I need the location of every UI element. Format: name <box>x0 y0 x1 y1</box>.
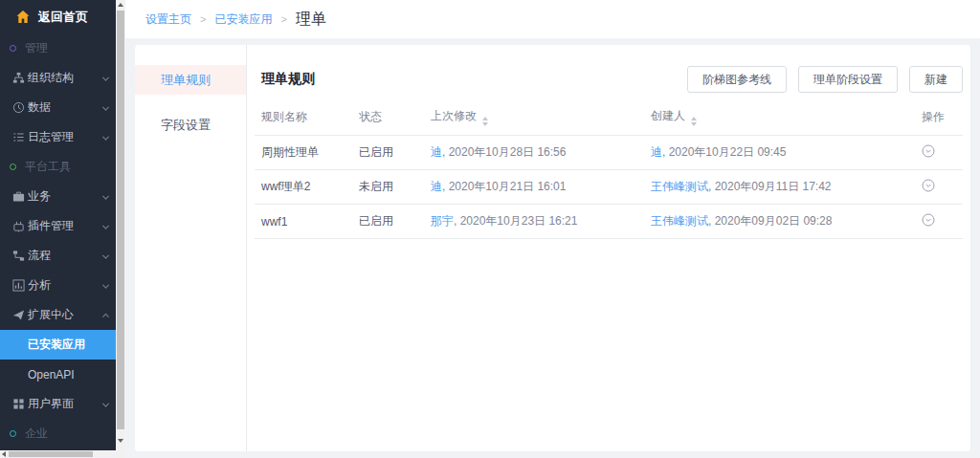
column-header-label: 上次修改 <box>431 109 477 122</box>
last-modified-cell: 那宇2020年10月23日 16:21 <box>431 205 651 239</box>
scroll-up-arrow-icon[interactable] <box>118 3 123 7</box>
tab-field-settings[interactable]: 字段设置 <box>135 110 246 140</box>
actions-cell <box>922 136 963 170</box>
breadcrumb: 设置主页 > 已安装应用 > 理单 <box>125 0 980 38</box>
modifier-link[interactable]: 那宇 <box>431 214 454 228</box>
circle-outline-icon <box>10 430 16 437</box>
plugin-icon <box>12 220 25 232</box>
table-row: 周期性理单 已启用 迪2020年10月28日 16:56 迪2020年10月22… <box>255 136 963 170</box>
modifier-link[interactable]: 迪 <box>431 180 442 193</box>
sidebar-vertical-scrollbar[interactable] <box>116 0 125 458</box>
clock-icon <box>12 101 25 114</box>
scrollbar-thumb[interactable] <box>9 451 93 457</box>
ui-grid-icon <box>12 398 25 410</box>
main-area: 设置主页 > 已安装应用 > 理单 理单规则 字段设置 理单规则 阶梯图参考线 … <box>125 0 980 458</box>
back-to-home-button[interactable]: 返回首页 <box>0 0 116 33</box>
sidebar-item-label: 日志管理 <box>28 129 74 145</box>
sidebar-section-management: 管理 <box>0 33 116 63</box>
chevron-down-icon <box>102 103 109 110</box>
status-cell: 未启用 <box>359 170 431 205</box>
circle-chevron-down-icon[interactable] <box>922 179 935 192</box>
order-stage-settings-button[interactable]: 理单阶段设置 <box>798 66 898 93</box>
scroll-left-arrow-icon[interactable] <box>2 451 6 457</box>
sidebar-item-label: 流程 <box>28 248 51 264</box>
sidebar-item-plugin-management[interactable]: 插件管理 <box>0 211 116 241</box>
scroll-down-arrow-icon[interactable] <box>118 439 123 443</box>
created-date: 2020年09月02日 09:28 <box>708 214 832 228</box>
created-date: 2020年09月11日 17:42 <box>708 180 832 193</box>
sidebar-item-data[interactable]: 数据 <box>0 93 116 122</box>
sidebar-subitem-label: 已安装应用 <box>28 337 85 353</box>
panel-header: 理单规则 阶梯图参考线 理单阶段设置 新建 <box>255 66 963 93</box>
sidebar-item-label: 业务 <box>28 188 51 205</box>
circle-chevron-down-icon[interactable] <box>922 213 935 227</box>
settings-tab-list: 理单规则 字段设置 <box>135 45 247 451</box>
sidebar-section-label: 企业 <box>25 425 48 442</box>
sidebar-item-org-structure[interactable]: 组织结构 <box>0 63 116 93</box>
toolbar: 阶梯图参考线 理单阶段设置 新建 <box>687 66 963 93</box>
sidebar-section-platform-tools: 平台工具 <box>0 152 116 182</box>
scrollbar-thumb[interactable] <box>117 11 124 429</box>
org-structure-icon <box>12 72 25 84</box>
creator-link[interactable]: 迪 <box>651 145 662 159</box>
modifier-link[interactable]: 迪 <box>431 145 442 159</box>
sidebar-subitem-label: OpenAPI <box>28 368 75 382</box>
create-new-button[interactable]: 新建 <box>909 66 963 93</box>
sidebar-item-label: 用户界面 <box>28 396 74 412</box>
breadcrumb-separator: > <box>200 13 206 25</box>
actions-cell <box>922 205 963 239</box>
sidebar-item-extension-center[interactable]: 扩展中心 <box>0 300 116 330</box>
chevron-down-icon <box>102 400 109 406</box>
analysis-chart-icon <box>12 279 25 292</box>
sidebar-horizontal-scrollbar[interactable] <box>0 450 116 458</box>
extension-icon <box>12 309 25 321</box>
content-card: 理单规则 字段设置 理单规则 阶梯图参考线 理单阶段设置 新建 <box>135 45 970 451</box>
sidebar-item-analysis[interactable]: 分析 <box>0 271 116 300</box>
sort-icon[interactable] <box>482 117 488 126</box>
created-date: 2020年10月22日 09:45 <box>662 145 786 159</box>
step-chart-reference-line-button[interactable]: 阶梯图参考线 <box>687 66 787 93</box>
column-header-rule-name: 规则名称 <box>255 99 359 136</box>
sidebar-item-log-management[interactable]: 日志管理 <box>0 122 116 152</box>
sidebar-subitem-openapi[interactable]: OpenAPI <box>0 360 116 389</box>
log-list-icon <box>12 131 25 143</box>
sidebar-item-business[interactable]: 业务 <box>0 182 116 211</box>
rule-name-cell: 周期性理单 <box>255 136 359 170</box>
modified-date: 2020年10月21日 16:01 <box>442 180 566 193</box>
rule-name-cell: wwf1 <box>255 205 359 239</box>
table-row: wwf1 已启用 那宇2020年10月23日 16:21 王伟峰测试2020年0… <box>255 205 963 239</box>
sidebar-section-label: 平台工具 <box>25 159 71 175</box>
column-header-status: 状态 <box>359 99 431 136</box>
flow-icon <box>12 250 25 262</box>
sidebar-section-label: 管理 <box>25 40 48 56</box>
sidebar-item-label: 分析 <box>28 277 51 294</box>
breadcrumb-link-settings-home[interactable]: 设置主页 <box>145 11 191 28</box>
modified-date: 2020年10月23日 16:21 <box>454 214 577 228</box>
sidebar-item-workflow[interactable]: 流程 <box>0 241 116 271</box>
circle-chevron-down-icon[interactable] <box>922 144 935 158</box>
actions-cell <box>922 170 963 205</box>
last-modified-cell: 迪2020年10月28日 16:56 <box>431 136 651 170</box>
column-header-creator[interactable]: 创建人 <box>651 99 922 136</box>
breadcrumb-separator: > <box>280 13 286 25</box>
creator-link[interactable]: 王伟峰测试 <box>651 214 708 228</box>
column-header-last-modified[interactable]: 上次修改 <box>431 99 651 136</box>
chevron-down-icon <box>102 281 109 288</box>
chevron-down-icon <box>102 74 109 80</box>
creator-cell: 王伟峰测试2020年09月02日 09:28 <box>651 205 922 239</box>
sidebar-item-label: 组织结构 <box>28 70 74 86</box>
rule-panel: 理单规则 阶梯图参考线 理单阶段设置 新建 规则名称 状态 <box>247 45 970 451</box>
circle-outline-icon <box>10 45 16 52</box>
tab-rule-settings[interactable]: 理单规则 <box>135 65 246 95</box>
sidebar-subitem-installed-apps[interactable]: 已安装应用 <box>0 330 116 360</box>
breadcrumb-current-page: 理单 <box>296 10 326 30</box>
breadcrumb-link-installed-apps[interactable]: 已安装应用 <box>214 11 272 28</box>
chevron-down-icon <box>102 251 109 258</box>
sidebar-item-user-interface[interactable]: 用户界面 <box>0 389 116 419</box>
sort-icon[interactable] <box>691 117 697 126</box>
creator-link[interactable]: 王伟峰测试 <box>651 180 708 193</box>
creator-cell: 迪2020年10月22日 09:45 <box>651 136 922 170</box>
column-header-label: 创建人 <box>651 109 685 122</box>
sidebar-item-label: 扩展中心 <box>28 307 74 323</box>
sidebar-item-label: 数据 <box>28 99 51 116</box>
